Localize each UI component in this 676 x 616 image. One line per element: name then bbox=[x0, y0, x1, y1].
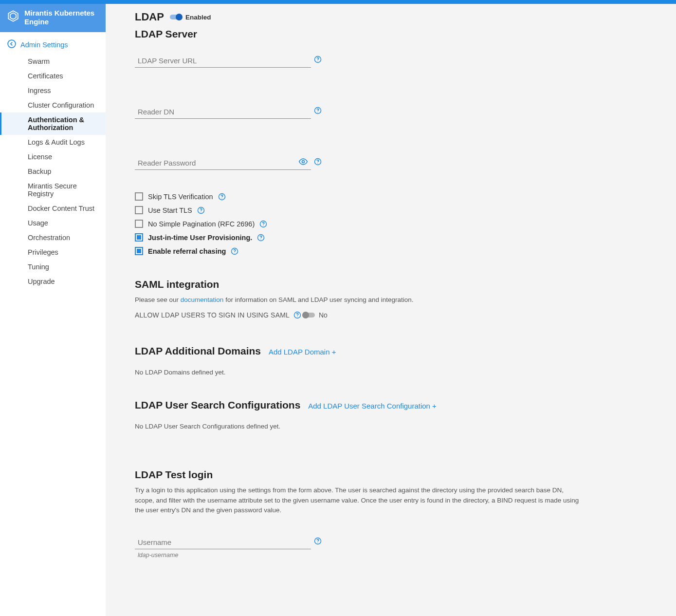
svg-point-21 bbox=[297, 316, 297, 317]
saml-heading: SAML integration bbox=[135, 279, 658, 290]
documentation-link[interactable]: documentation bbox=[181, 296, 224, 303]
sidebar-item[interactable]: Authentication & Authorization bbox=[0, 112, 106, 135]
help-icon[interactable] bbox=[257, 234, 265, 242]
ldap-server-heading: LDAP Server bbox=[135, 28, 658, 40]
allow-saml-toggle[interactable]: No bbox=[303, 311, 328, 319]
svg-point-17 bbox=[261, 239, 261, 240]
sidebar-item[interactable]: Orchestration bbox=[0, 230, 106, 245]
no-pagination-checkbox[interactable] bbox=[135, 220, 143, 228]
referral-chasing-label: Enable referral chasing bbox=[148, 247, 226, 255]
help-icon[interactable] bbox=[218, 193, 226, 201]
help-icon[interactable] bbox=[197, 206, 205, 214]
allow-saml-label: ALLOW LDAP USERS TO SIGN IN USING SAML bbox=[135, 311, 290, 319]
svg-point-13 bbox=[201, 212, 201, 212]
add-search-config-link[interactable]: Add LDAP User Search Configuration + bbox=[308, 402, 437, 410]
saml-description: Please see our documentation for informa… bbox=[135, 295, 658, 305]
svg-point-2 bbox=[8, 40, 16, 48]
sidebar-item[interactable]: Certificates bbox=[0, 69, 106, 83]
back-arrow-icon bbox=[7, 39, 17, 50]
svg-point-9 bbox=[317, 163, 318, 164]
svg-point-7 bbox=[302, 161, 305, 163]
referral-chasing-checkbox[interactable] bbox=[135, 247, 143, 255]
sidebar-nav: Admin Settings SwarmCertificatesIngressC… bbox=[0, 32, 106, 289]
svg-point-15 bbox=[263, 225, 264, 226]
sidebar-item[interactable]: License bbox=[0, 149, 106, 164]
jit-provisioning-checkbox[interactable] bbox=[135, 233, 143, 242]
ldap-heading: LDAP bbox=[135, 11, 164, 23]
brand-logo-icon bbox=[7, 10, 19, 22]
svg-point-23 bbox=[317, 542, 318, 543]
nav-parent-admin-settings[interactable]: Admin Settings bbox=[0, 35, 106, 54]
allow-saml-no-label: No bbox=[319, 311, 328, 319]
start-tls-label: Use Start TLS bbox=[148, 206, 192, 214]
sidebar-item[interactable]: Privileges bbox=[0, 245, 106, 260]
ldap-enabled-toggle[interactable]: Enabled bbox=[170, 14, 211, 21]
toggle-track-icon bbox=[170, 15, 182, 19]
test-username-hint: ldap-username bbox=[135, 552, 658, 559]
svg-point-19 bbox=[235, 253, 235, 253]
svg-marker-1 bbox=[10, 13, 16, 19]
sidebar-item[interactable]: Tuning bbox=[0, 260, 106, 274]
topbar bbox=[0, 0, 676, 4]
sidebar-item[interactable]: Ingress bbox=[0, 83, 106, 98]
jit-provisioning-label: Just-in-time User Provisioning. bbox=[148, 234, 252, 242]
help-icon[interactable] bbox=[314, 158, 322, 166]
sidebar-item[interactable]: Docker Content Trust bbox=[0, 201, 106, 216]
main-content: LDAP Enabled LDAP Server bbox=[106, 4, 676, 616]
svg-point-4 bbox=[317, 61, 318, 61]
domains-empty: No LDAP Domains defined yet. bbox=[135, 369, 658, 376]
show-password-icon[interactable] bbox=[298, 157, 308, 168]
start-tls-checkbox[interactable] bbox=[135, 206, 143, 214]
ldap-enabled-label: Enabled bbox=[185, 14, 211, 21]
sidebar-item[interactable]: Upgrade bbox=[0, 274, 106, 289]
reader-dn-input[interactable] bbox=[135, 105, 311, 119]
help-icon[interactable] bbox=[293, 311, 301, 319]
no-pagination-label: No Simple Pagination (RFC 2696) bbox=[148, 220, 255, 228]
sidebar: Mirantis Kubernetes Engine Admin Setting… bbox=[0, 4, 106, 616]
brand-title: Mirantis Kubernetes Engine bbox=[24, 9, 99, 26]
svg-point-6 bbox=[317, 112, 318, 112]
help-icon[interactable] bbox=[314, 537, 322, 545]
test-username-input[interactable] bbox=[135, 535, 311, 549]
search-config-heading: LDAP User Search Configurations bbox=[135, 399, 300, 411]
skip-tls-checkbox[interactable] bbox=[135, 192, 143, 201]
svg-point-11 bbox=[221, 198, 222, 199]
sidebar-item[interactable]: Usage bbox=[0, 216, 106, 230]
brand-header: Mirantis Kubernetes Engine bbox=[0, 4, 106, 32]
help-icon[interactable] bbox=[259, 220, 267, 228]
help-icon[interactable] bbox=[314, 107, 322, 114]
sidebar-item[interactable]: Backup bbox=[0, 164, 106, 179]
reader-password-input[interactable] bbox=[135, 156, 311, 170]
sidebar-item[interactable]: Cluster Configuration bbox=[0, 98, 106, 112]
nav-parent-label: Admin Settings bbox=[20, 41, 68, 49]
search-config-empty: No LDAP User Search Configurations defin… bbox=[135, 423, 658, 430]
domains-heading: LDAP Additional Domains bbox=[135, 345, 261, 357]
ldap-server-url-input[interactable] bbox=[135, 54, 311, 68]
skip-tls-label: Skip TLS Verification bbox=[148, 193, 213, 201]
add-ldap-domain-link[interactable]: Add LDAP Domain + bbox=[269, 348, 336, 356]
help-icon[interactable] bbox=[231, 247, 238, 255]
test-login-description: Try a login to this application using th… bbox=[135, 485, 583, 516]
svg-marker-0 bbox=[8, 11, 18, 21]
help-icon[interactable] bbox=[314, 56, 322, 63]
test-login-heading: LDAP Test login bbox=[135, 469, 658, 481]
sidebar-item[interactable]: Mirantis Secure Registry bbox=[0, 179, 106, 201]
sidebar-item[interactable]: Swarm bbox=[0, 54, 106, 69]
sidebar-item[interactable]: Logs & Audit Logs bbox=[0, 135, 106, 149]
toggle-track-icon bbox=[303, 313, 315, 317]
